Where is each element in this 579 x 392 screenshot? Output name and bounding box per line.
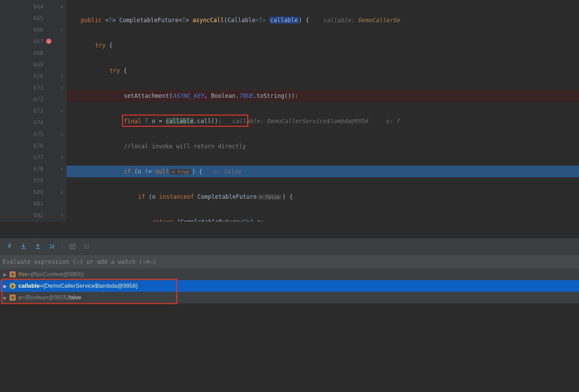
inlay-hint: = true [170, 169, 191, 175]
expand-icon[interactable]: ▶ [3, 272, 7, 277]
step-over-to-cursor-icon[interactable] [2, 240, 16, 253]
fold-icon[interactable]: ⊟ [61, 190, 63, 194]
line-number[interactable]: 669 [0, 59, 66, 70]
code-line-breakpoint[interactable]: setAttachment(ASYNC_KEY, Boolean.TRUE.to… [66, 90, 579, 102]
step-out-icon[interactable] [31, 240, 45, 253]
fold-icon[interactable]: ⊟ [61, 4, 63, 9]
evaluate-expression-icon[interactable] [65, 240, 79, 253]
code-line[interactable]: try { [66, 40, 579, 51]
separator [62, 242, 62, 251]
fold-icon[interactable]: ⊟ [61, 28, 63, 32]
watch-expression-input[interactable]: Evaluate expression (⏎) or add a watch (… [0, 255, 579, 269]
line-number[interactable]: 681 [0, 198, 66, 209]
fold-icon[interactable]: ⊟ [61, 109, 63, 113]
line-number[interactable]: 679 [0, 175, 66, 186]
code-line[interactable]: final T o = callable.call(); callable: D… [66, 115, 579, 127]
line-number[interactable]: 671⊟ [0, 82, 66, 93]
gutter: 664⊟ 665 666⊟ 667 668 669 670⊟ 671⊟ 672 … [0, 0, 66, 222]
line-number[interactable]: 682⊟ [0, 209, 66, 221]
trace-icon[interactable] [79, 240, 94, 253]
line-number[interactable]: 677⊟ [0, 151, 66, 163]
fold-icon[interactable]: ⊟ [61, 167, 63, 171]
code-line-execution[interactable]: if (o != null= true) { o: false [66, 166, 579, 177]
fold-icon[interactable]: ⊟ [61, 132, 63, 136]
highlight-box [1, 279, 177, 304]
code-line[interactable]: return (CompletableFuture<T>) o; [66, 216, 579, 222]
line-number[interactable]: 676 [0, 140, 66, 151]
line-number[interactable]: 675⊟ [0, 128, 66, 140]
inlay-hint: = false [257, 194, 282, 200]
highlight-box [122, 115, 248, 127]
code-line[interactable]: //local invoke will return directly [66, 140, 579, 152]
breakpoint-icon[interactable] [46, 39, 51, 44]
line-number[interactable]: 664⊟ [0, 1, 66, 12]
variables-panel: ▶ ≡ this = {RpcContext@9955} ▶ p callabl… [0, 269, 579, 303]
line-number[interactable]: 678⊟ [0, 163, 66, 175]
step-into-icon[interactable] [16, 240, 31, 253]
line-number[interactable]: 667 [0, 35, 66, 47]
line-number[interactable]: 666⊟ [0, 24, 66, 35]
fold-icon[interactable]: ⊟ [61, 86, 63, 90]
field-icon: ≡ [10, 271, 16, 277]
fold-icon[interactable]: ⊟ [61, 74, 63, 78]
run-to-cursor-icon[interactable] [45, 240, 59, 253]
line-number[interactable]: 674 [0, 117, 66, 128]
line-number[interactable]: 680⊟ [0, 186, 66, 198]
fold-icon[interactable]: ⊟ [61, 213, 63, 217]
line-number[interactable]: 670⊟ [0, 70, 66, 82]
code-line[interactable]: try { [66, 65, 579, 76]
code-line[interactable]: public <T> CompletableFuture<T> asyncCal… [66, 14, 579, 26]
line-number[interactable]: 673⊟ [0, 105, 66, 117]
variable-row[interactable]: ▶ ≡ this = {RpcContext@9955} [0, 269, 579, 280]
code-area[interactable]: public <T> CompletableFuture<T> asyncCal… [66, 0, 579, 222]
divider [0, 222, 579, 238]
fold-icon[interactable]: ⊟ [61, 155, 63, 160]
line-number[interactable]: 665 [0, 12, 66, 24]
line-number[interactable]: 668 [0, 47, 66, 59]
debug-toolbar [0, 238, 579, 255]
line-number[interactable]: 672 [0, 93, 66, 105]
code-line[interactable]: if (o instanceof CompletableFuture= fals… [66, 191, 579, 202]
svg-rect-0 [70, 244, 75, 249]
editor: 664⊟ 665 666⊟ 667 668 669 670⊟ 671⊟ 672 … [0, 0, 579, 222]
